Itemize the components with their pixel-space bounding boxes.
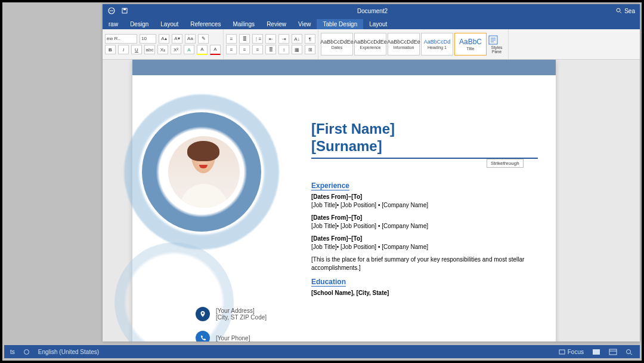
shading-button[interactable]: ▦: [292, 45, 302, 54]
multilevel-button[interactable]: ⋮≡: [252, 34, 263, 44]
phone-text: [Your Phone]: [216, 335, 250, 342]
bold-button[interactable]: B: [105, 45, 116, 54]
style-experience[interactable]: AaBbCcDdEeExperience: [354, 33, 386, 56]
search-icon[interactable]: [616, 8, 622, 14]
strikethrough-button[interactable]: abc: [144, 45, 155, 54]
surname[interactable]: [Surname]: [311, 138, 395, 155]
phone-icon: [196, 331, 210, 342]
decrease-font-button[interactable]: A▾: [172, 34, 182, 44]
view-print-button[interactable]: [592, 349, 600, 355]
align-right-button[interactable]: ≡: [252, 45, 263, 54]
highlight-button[interactable]: A: [197, 45, 208, 55]
experience-entry-3[interactable]: [Dates From]–[To] [Job Title]• [Job Posi…: [311, 235, 538, 251]
tab-mailings[interactable]: Mailings: [227, 19, 261, 29]
svg-point-6: [24, 349, 29, 354]
align-left-button[interactable]: ≡: [226, 45, 237, 54]
svg-point-10: [627, 349, 631, 353]
address-line2: [City, ST ZIP Code]: [216, 314, 267, 321]
style-title[interactable]: AaBbCTitle: [454, 33, 487, 56]
indent-left-button[interactable]: ⇤: [265, 34, 276, 44]
styles-pane-button[interactable]: Styles Pane: [488, 35, 506, 54]
subscript-button[interactable]: X₂: [157, 45, 168, 54]
word-window: Document2 Sea raw Design Layout Referenc…: [103, 4, 640, 342]
tab-draw[interactable]: raw: [103, 19, 124, 29]
style-information[interactable]: AaBbCcDdEeInformation: [388, 33, 420, 56]
svg-rect-7: [559, 350, 565, 354]
first-name[interactable]: [First Name]: [311, 121, 395, 138]
desktop-background-left: [4, 4, 103, 342]
search-label[interactable]: Sea: [624, 8, 635, 14]
italic-button[interactable]: I: [118, 45, 129, 54]
borders-button[interactable]: ⊞: [305, 45, 315, 54]
resume-body: [First Name] [Surname] Strikethrough Exp…: [132, 75, 556, 109]
accessibility-icon[interactable]: [23, 349, 30, 355]
title-bar: Document2 Sea: [103, 4, 640, 17]
tab-layout[interactable]: Layout: [154, 19, 184, 29]
zoom-button[interactable]: [626, 349, 634, 355]
profile-photo[interactable]: [168, 136, 240, 208]
screen: Document2 Sea raw Design Layout Referenc…: [0, 0, 644, 363]
education-entry[interactable]: [School Name], [City, State]: [311, 289, 538, 297]
show-marks-button[interactable]: ¶: [305, 34, 315, 44]
style-dates[interactable]: AaBbCcDdEeDates: [321, 33, 353, 56]
contact-column: [Your Address] [City, ST ZIP Code] [Your…: [196, 307, 267, 342]
sort-button[interactable]: A↓: [292, 34, 302, 44]
tab-review[interactable]: Review: [261, 19, 292, 29]
main-column: Experience [Dates From]–[To] [Job Title]…: [311, 182, 538, 302]
line-spacing-button[interactable]: ↕: [278, 45, 289, 54]
address-row[interactable]: [Your Address] [City, ST ZIP Code]: [196, 307, 267, 321]
address-line1: [Your Address]: [216, 307, 267, 314]
status-bar: ts English (United States) Focus: [4, 345, 640, 358]
ribbon-tabs: raw Design Layout References Mailings Re…: [103, 17, 640, 29]
justify-button[interactable]: ≣: [265, 45, 276, 54]
underline-button[interactable]: U: [131, 45, 142, 54]
tab-design[interactable]: Design: [124, 19, 154, 29]
text-effects-button[interactable]: A: [184, 45, 194, 54]
svg-rect-8: [593, 349, 600, 355]
clear-format-button[interactable]: ✎: [198, 34, 209, 44]
location-pin-icon: [196, 307, 210, 321]
language-label[interactable]: English (United States): [38, 349, 99, 355]
style-heading1[interactable]: AaBbCcDdHeading 1: [421, 33, 453, 56]
page[interactable]: [First Name] [Surname] Strikethrough Exp…: [132, 60, 556, 342]
styles-group: AaBbCcDdEeDates AaBbCcDdEeExperience AaB…: [318, 29, 509, 59]
name-heading[interactable]: [First Name] [Surname]: [311, 121, 395, 155]
numbering-button[interactable]: ≣: [239, 34, 250, 44]
svg-point-3: [617, 8, 620, 12]
svg-point-5: [202, 312, 204, 314]
ribbon: ew R.. 10 A▴ A▾ Aa ✎ B I U abc X₂ X² A A…: [103, 29, 640, 60]
tab-references[interactable]: References: [184, 19, 227, 29]
paragraph-group: ≡ ≣ ⋮≡ ⇤ ⇥ A↓ ¶ ≡ ≡ ≡ ≣ ↕ ▦ ⊞: [224, 29, 318, 59]
experience-entry-2[interactable]: [Dates From]–[To] [Job Title]• [Job Posi…: [311, 214, 538, 230]
font-size-select[interactable]: 10: [140, 34, 156, 44]
font-group: ew R.. 10 A▴ A▾ Aa ✎ B I U abc X₂ X² A A…: [103, 29, 224, 59]
align-center-button[interactable]: ≡: [239, 45, 250, 54]
bullets-button[interactable]: ≡: [226, 34, 237, 44]
experience-summary[interactable]: [This is the place for a brief summary o…: [311, 256, 538, 272]
svg-rect-9: [609, 349, 617, 355]
experience-heading[interactable]: Experience: [311, 182, 349, 190]
strikethrough-tooltip: Strikethrough: [487, 159, 524, 168]
save-icon[interactable]: [120, 7, 129, 15]
tab-table-layout[interactable]: Layout: [363, 19, 393, 29]
document-canvas[interactable]: [First Name] [Surname] Strikethrough Exp…: [103, 60, 640, 342]
document-title: Document2: [129, 8, 616, 14]
svg-rect-2: [123, 8, 126, 10]
decorative-circles: [109, 81, 299, 272]
font-name-select[interactable]: ew R..: [105, 34, 137, 44]
autosave-icon[interactable]: [107, 7, 116, 15]
change-case-button[interactable]: Aa: [185, 34, 196, 44]
indent-right-button[interactable]: ⇥: [278, 34, 289, 44]
tab-table-design[interactable]: Table Design: [317, 19, 363, 29]
focus-mode-button[interactable]: Focus: [559, 349, 584, 355]
tab-view[interactable]: View: [292, 19, 317, 29]
experience-entry-1[interactable]: [Dates From]–[To] [Job Title]• [Job Posi…: [311, 193, 538, 209]
increase-font-button[interactable]: A▴: [159, 34, 169, 44]
education-heading[interactable]: Education: [311, 278, 346, 287]
page-header-bar: [132, 60, 556, 75]
view-web-button[interactable]: [609, 349, 617, 355]
superscript-button[interactable]: X²: [171, 45, 181, 54]
font-color-button[interactable]: A: [210, 45, 221, 55]
phone-row[interactable]: [Your Phone]: [196, 331, 267, 342]
status-icon[interactable]: ts: [10, 349, 15, 355]
